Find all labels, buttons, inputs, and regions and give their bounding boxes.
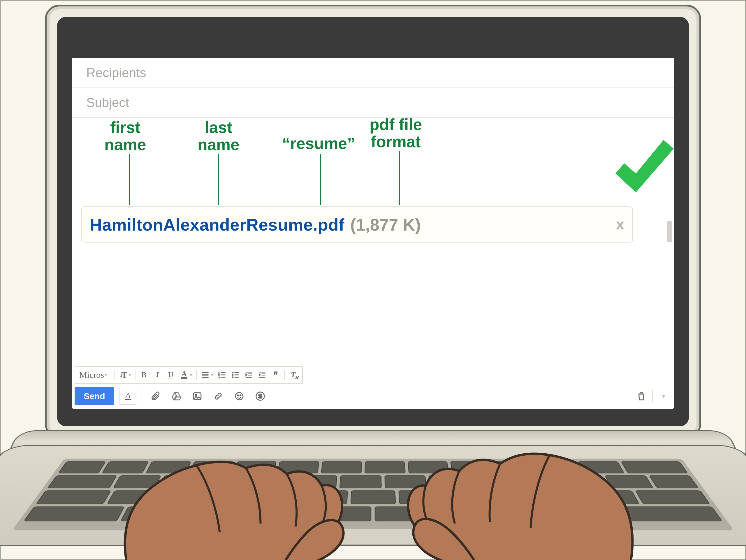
insert-link-icon[interactable] bbox=[210, 388, 226, 404]
separator bbox=[196, 370, 197, 380]
annotation-stem bbox=[399, 151, 400, 205]
font-name: Micros bbox=[79, 370, 104, 380]
window-titlebar bbox=[72, 34, 674, 58]
laptop: Recipients Subject first name last name … bbox=[19, 5, 727, 559]
compose-action-bar: Send A bbox=[75, 386, 671, 407]
quote-button[interactable]: ❞ bbox=[269, 368, 282, 382]
drive-icon[interactable] bbox=[168, 388, 184, 404]
svg-point-8 bbox=[235, 392, 243, 400]
caret-down-icon[interactable]: ▾ bbox=[128, 372, 133, 378]
indent-less-button[interactable] bbox=[242, 368, 256, 382]
recipients-placeholder: Recipients bbox=[86, 65, 146, 80]
caret-down-icon: ▾ bbox=[105, 372, 109, 378]
attachment-filename: HamiltonAlexanderResume.pdf bbox=[90, 215, 344, 234]
svg-point-4 bbox=[232, 374, 233, 376]
recipients-field[interactable]: Recipients bbox=[72, 58, 674, 88]
annotation-stem bbox=[218, 154, 219, 205]
clear-formatting-button[interactable]: T ✕ bbox=[286, 368, 300, 382]
svg-point-7 bbox=[195, 394, 197, 396]
attachment-size: (1,877 K) bbox=[350, 215, 421, 234]
scrollbar-thumb[interactable] bbox=[667, 221, 672, 242]
formatting-toolbar: Micros ▾ тT ▾ B I U A ▾ bbox=[75, 366, 303, 384]
screen-bezel: Recipients Subject first name last name … bbox=[57, 17, 689, 426]
annotation-last-name: last name bbox=[198, 119, 239, 153]
right-hand bbox=[383, 427, 646, 560]
svg-point-5 bbox=[232, 376, 233, 378]
attachment-chip[interactable]: HamiltonAlexanderResume.pdf (1,877 K) x bbox=[81, 206, 633, 243]
svg-point-10 bbox=[240, 395, 241, 396]
annotation-format: pdf file format bbox=[370, 116, 422, 151]
left-hand bbox=[109, 433, 360, 560]
svg-point-9 bbox=[237, 395, 238, 396]
discard-draft-icon[interactable] bbox=[633, 388, 649, 404]
more-options-icon[interactable]: ▾ bbox=[656, 388, 671, 404]
svg-text:3: 3 bbox=[218, 376, 220, 379]
text-color-button[interactable]: A bbox=[177, 368, 191, 382]
bullet-list-button[interactable] bbox=[229, 368, 242, 382]
annotation-resume: “resume” bbox=[282, 135, 355, 152]
laptop-lid: Recipients Subject first name last name … bbox=[45, 5, 701, 439]
annotation-stem bbox=[320, 154, 321, 205]
separator bbox=[114, 370, 115, 380]
skype-icon[interactable]: S bbox=[252, 388, 268, 404]
annotation-stem bbox=[129, 154, 130, 205]
font-size-button[interactable]: тT bbox=[116, 368, 130, 382]
subject-field[interactable]: Subject bbox=[72, 88, 674, 118]
insert-emoji-icon[interactable] bbox=[231, 388, 247, 404]
attachment-remove-icon[interactable]: x bbox=[616, 216, 624, 233]
align-button[interactable] bbox=[198, 368, 212, 382]
font-family-select[interactable]: Micros ▾ bbox=[78, 370, 112, 380]
svg-point-3 bbox=[232, 372, 233, 373]
compose-body[interactable]: first name last name “resume” pdf file f… bbox=[72, 119, 674, 351]
subject-placeholder: Subject bbox=[86, 95, 129, 110]
indent-more-button[interactable] bbox=[256, 368, 269, 382]
insert-photo-icon[interactable] bbox=[190, 388, 205, 404]
text-format-toggle[interactable]: A bbox=[119, 388, 136, 404]
annotation-first-name: first name bbox=[104, 119, 146, 153]
illustration-frame: Recipients Subject first name last name … bbox=[0, 0, 746, 560]
separator bbox=[135, 370, 136, 380]
checkmark-icon bbox=[607, 134, 674, 208]
separator bbox=[652, 390, 653, 402]
bold-button[interactable]: B bbox=[137, 368, 151, 382]
underline-button[interactable]: U bbox=[164, 368, 177, 382]
email-compose-window: Recipients Subject first name last name … bbox=[72, 34, 674, 409]
caret-down-icon[interactable]: ▾ bbox=[190, 372, 194, 378]
send-button[interactable]: Send bbox=[75, 387, 114, 405]
svg-text:S: S bbox=[258, 393, 262, 399]
separator bbox=[142, 390, 142, 402]
caret-down-icon[interactable]: ▾ bbox=[211, 372, 216, 378]
separator bbox=[284, 370, 285, 380]
numbered-list-button[interactable]: 123 bbox=[216, 368, 229, 382]
italic-button[interactable]: I bbox=[151, 368, 164, 382]
attach-file-icon[interactable] bbox=[147, 388, 163, 404]
